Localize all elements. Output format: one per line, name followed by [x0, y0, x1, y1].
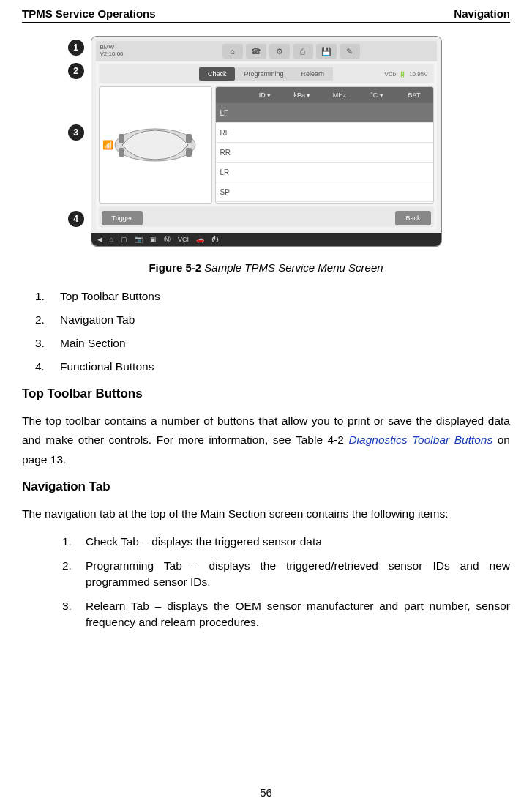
edit-icon[interactable]: ✎	[340, 44, 360, 59]
save-icon[interactable]: 💾	[316, 44, 337, 59]
screenshot-figure: 1 2 3 4 BMW V2.10.06 ⌂ ☎ ⚙ ⎙ 💾 ✎ Check P…	[91, 36, 442, 247]
table-row[interactable]: LR	[216, 163, 433, 182]
power-icon[interactable]: ⏻	[211, 236, 218, 243]
app-icon[interactable]: ▣	[150, 236, 157, 243]
section-heading: Top Toolbar Buttons	[22, 387, 510, 401]
component-list: 1.Top Toolbar Buttons 2.Navigation Tab 3…	[35, 290, 510, 373]
sensor-data-table: ID ▾ kPa ▾ MHz °C ▾ BAT LF RF RR LR SP	[215, 86, 434, 204]
main-section: 📶 ID ▾ kPa ▾ MHz	[99, 86, 434, 204]
camera-icon[interactable]: 📷	[135, 236, 143, 243]
header-right: Navigation	[454, 7, 510, 20]
col-kpa[interactable]: kPa ▾	[284, 92, 321, 99]
body-paragraph: The top toolbar contains a number of but…	[22, 411, 510, 469]
gear-icon[interactable]: ⚙	[269, 44, 290, 59]
col-mhz: MHz	[321, 92, 359, 99]
cross-reference-link[interactable]: Diagnostics Toolbar Buttons	[348, 433, 492, 446]
list-item: 2.Navigation Tab	[35, 313, 510, 327]
table-row[interactable]: LF	[216, 103, 433, 123]
svg-rect-4	[186, 148, 192, 157]
table-row[interactable]: SP	[216, 182, 433, 202]
nav-tab-list: 1.Check Tab – displays the triggered sen…	[62, 534, 510, 630]
page-number: 56	[0, 786, 532, 799]
table-row[interactable]: RR	[216, 143, 433, 163]
navigation-tabs: Check Programming Relearn VCb 🔋 10.95V	[99, 64, 434, 83]
col-bat: BAT	[396, 92, 433, 99]
table-row[interactable]: RF	[216, 123, 433, 143]
svg-rect-1	[119, 134, 124, 143]
tab-check[interactable]: Check	[199, 67, 236, 81]
callout-2: 2	[68, 63, 84, 79]
vci-icon[interactable]: VCI	[178, 236, 189, 243]
vehicle-diagram: 📶	[99, 86, 212, 204]
vehicle-brand: BMW V2.10.06	[100, 45, 144, 58]
functional-buttons: Trigger Back	[99, 206, 434, 227]
svg-rect-3	[186, 134, 192, 143]
tools-icon[interactable]: ☎	[246, 44, 266, 59]
signal-icon: 📶	[102, 140, 113, 150]
tab-programming[interactable]: Programming	[235, 67, 292, 81]
system-bar: ◀ ⌂ ▢ 📷 ▣ Ⓜ VCI 🚗 ⏻	[91, 233, 441, 246]
svg-rect-2	[119, 148, 124, 157]
back-button[interactable]: Back	[395, 211, 430, 225]
callout-3: 3	[68, 124, 84, 141]
device-frame: 1 2 3 4 BMW V2.10.06 ⌂ ☎ ⚙ ⎙ 💾 ✎ Check P…	[91, 36, 442, 247]
figure-caption: Figure 5-2 Sample TPMS Service Menu Scre…	[22, 261, 510, 274]
home-icon[interactable]: ⌂	[110, 236, 113, 243]
print-icon[interactable]: ⎙	[293, 44, 313, 59]
section-heading: Navigation Tab	[22, 480, 510, 494]
top-toolbar: BMW V2.10.06 ⌂ ☎ ⚙ ⎙ 💾 ✎	[96, 41, 437, 61]
m-icon[interactable]: Ⓜ	[164, 235, 171, 245]
car-icon[interactable]: 🚗	[196, 236, 204, 243]
list-item: 4.Functional Buttons	[35, 360, 510, 373]
list-item: 3.Main Section	[35, 337, 510, 350]
page-header: TPMS Service Operations Navigation	[22, 7, 510, 23]
list-item: 1.Top Toolbar Buttons	[35, 290, 510, 303]
home-icon[interactable]: ⌂	[222, 44, 243, 59]
table-header: ID ▾ kPa ▾ MHz °C ▾ BAT	[216, 87, 433, 103]
col-temp[interactable]: °C ▾	[359, 92, 396, 99]
status-indicator: VCb 🔋 10.95V	[385, 71, 428, 78]
col-id[interactable]: ID ▾	[247, 92, 284, 99]
trigger-button[interactable]: Trigger	[102, 211, 143, 225]
recent-icon[interactable]: ▢	[121, 236, 127, 243]
callout-4: 4	[68, 211, 84, 227]
back-icon[interactable]: ◀	[97, 236, 102, 243]
list-item: 1.Check Tab – displays the triggered sen…	[62, 534, 510, 550]
header-left: TPMS Service Operations	[22, 7, 156, 20]
body-paragraph: The navigation tab at the top of the Mai…	[22, 504, 510, 523]
callout-1: 1	[68, 40, 84, 56]
list-item: 3.Relearn Tab – displays the OEM sensor …	[62, 598, 510, 631]
tab-relearn[interactable]: Relearn	[293, 67, 334, 81]
list-item: 2.Programming Tab – displays the trigger…	[62, 558, 510, 591]
